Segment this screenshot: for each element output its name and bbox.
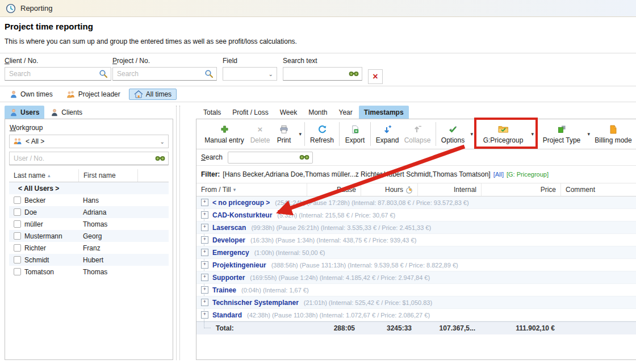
clear-filter-button[interactable]: × [368,69,383,84]
user-checkbox[interactable] [14,208,21,216]
user-checkbox[interactable] [14,268,21,275]
user-checkbox[interactable] [14,220,21,228]
group-row[interactable]: + Technischer Systemplaner (21:01h) (Int… [196,296,636,309]
user-row[interactable]: Schmidt Hubert [9,254,169,266]
col-pause[interactable]: Pause [307,183,361,196]
user-row[interactable]: Doe Adriana [9,206,169,218]
export-button[interactable]: Export [342,121,367,147]
binoculars-icon [349,70,359,77]
own-times-label: Own times [20,90,53,98]
manual-entry-button[interactable]: Manual entry [200,121,248,147]
table-search-field[interactable] [231,153,299,162]
group-row[interactable]: + Laserscan (99:38h) (Pause 26:21h) (Int… [196,221,636,234]
timestamps-panel: Manual entry × Delete Print ▾ Refresh Ex… [196,119,636,360]
dropdown-arrow-icon[interactable]: ▾ [470,131,473,137]
expand-box-icon[interactable]: + [201,224,208,231]
magnifier-icon[interactable] [204,69,214,78]
client-search-input[interactable] [5,67,111,81]
collapse-button[interactable]: Collapse [402,121,433,147]
col-last-name[interactable]: Last name ▴ [9,169,78,182]
tab-week[interactable]: Week [275,106,302,119]
group-row[interactable]: + CAD-Konsturkteur (5:32h) (Internal: 21… [196,209,636,221]
workgroup-dropdown[interactable]: < All > ⌄ [9,135,169,148]
col-first-name[interactable]: First name [78,169,137,182]
search-text-input[interactable] [283,67,362,81]
dropdown-arrow-icon[interactable]: ▾ [531,131,534,137]
user-row[interactable]: Becker Hans [9,194,169,206]
expand-box-icon[interactable]: + [201,286,208,294]
user-search-input[interactable] [9,152,169,165]
tab-clients[interactable]: Clients [45,106,87,119]
panel-splitter[interactable] [176,106,180,360]
options-button[interactable]: Options ▾ [439,121,473,147]
group-row[interactable]: + Developer (16:33h) (Pause 1:34h) (Inte… [196,234,636,246]
collapse-arrow-icon [413,124,422,135]
print-button[interactable]: Print ▾ [272,121,302,147]
group-row[interactable]: + Emergency (1:00h) (Internal: 50,00 €) [196,246,636,259]
all-times-button[interactable]: All times [129,89,177,100]
project-search-field[interactable] [116,69,204,78]
group-row[interactable]: + Projektingenieur (388:56h) (Pause 131:… [196,259,636,271]
toolbar-separator [476,122,476,146]
group-row[interactable]: + < no pricegroup > (2541:24h) (Pause 17… [196,196,636,209]
expand-box-icon[interactable]: + [201,261,208,269]
dropdown-arrow-icon[interactable]: ▾ [299,131,302,137]
sort-desc-icon: ▾ [233,187,236,193]
all-users-row[interactable]: < All Users > [9,182,169,194]
dropdown-arrow-icon[interactable]: ▾ [587,131,590,137]
expand-box-icon[interactable]: + [201,299,208,306]
tab-month[interactable]: Month [303,106,332,119]
group-row[interactable]: + Supporter (169:55h) (Pause 1:24h) (Int… [196,271,636,284]
col-comment[interactable]: Comment [560,183,636,196]
tab-timestamps[interactable]: Timestamps [359,106,409,119]
person-icon [10,90,18,98]
billing-mode-button[interactable]: Billing mode ▾ [591,121,636,147]
delete-button[interactable]: × Delete [249,121,271,147]
expand-box-icon[interactable]: + [201,211,208,219]
col-price[interactable]: Price [481,183,560,196]
user-row[interactable]: Mustermann Georg [9,230,169,242]
project-search-input[interactable] [112,67,217,81]
project-leader-button[interactable]: Project leader [61,89,125,100]
col-hours[interactable]: Hours [361,183,417,196]
user-checkbox[interactable] [14,256,21,263]
refresh-button[interactable]: Refresh [308,121,336,147]
sort-asc-icon: ▴ [48,173,51,178]
col-from-till[interactable]: From / Till ▾ [196,183,307,196]
pricegroup-button[interactable]: G:Pricegroup ▾ [479,121,534,147]
expand-box-icon[interactable]: + [201,249,208,256]
user-row[interactable]: müller Thomas [9,218,169,230]
expand-box-icon[interactable]: + [201,311,208,319]
billing-page-icon [609,124,617,135]
tab-clients-label: Clients [61,108,82,116]
table-search-input[interactable] [228,152,313,164]
group-row[interactable]: + Trainee (0:04h) (Internal: 1,67 €) [196,284,636,296]
group-row[interactable]: + Standard (42:38h) (Pause 110:38h) (Int… [196,309,636,321]
folder-check-icon [498,124,509,135]
expand-box-icon[interactable]: + [201,199,208,206]
project-type-button[interactable]: Project Type ▾ [540,121,590,147]
expand-button[interactable]: Expand [374,121,401,147]
user-row[interactable]: Tomatson Thomas [9,266,169,278]
chevron-down-icon: ⌄ [160,139,165,145]
tab-users[interactable]: Users [5,106,44,119]
user-checkbox[interactable] [14,196,21,204]
search-text-field[interactable] [286,69,349,78]
total-label: Total: [196,324,307,332]
own-times-button[interactable]: Own times [5,89,58,100]
expand-box-icon[interactable]: + [201,274,208,281]
toolbar-separator [370,122,371,146]
client-search-field[interactable] [8,69,99,78]
user-checkbox[interactable] [14,244,21,252]
page-subtitle: This is where you can sum up and group t… [5,37,297,45]
user-checkbox[interactable] [14,232,21,240]
field-dropdown[interactable]: ⌄ [223,67,277,81]
tab-profit-loss[interactable]: Profit / Loss [227,106,273,119]
expand-box-icon[interactable]: + [201,236,208,244]
col-internal[interactable]: Internal [417,183,481,196]
magnifier-icon[interactable] [99,69,108,78]
tab-year[interactable]: Year [334,106,358,119]
user-search-field[interactable] [12,154,155,163]
user-row[interactable]: Richter Franz [9,242,169,254]
tab-totals[interactable]: Totals [198,106,226,119]
